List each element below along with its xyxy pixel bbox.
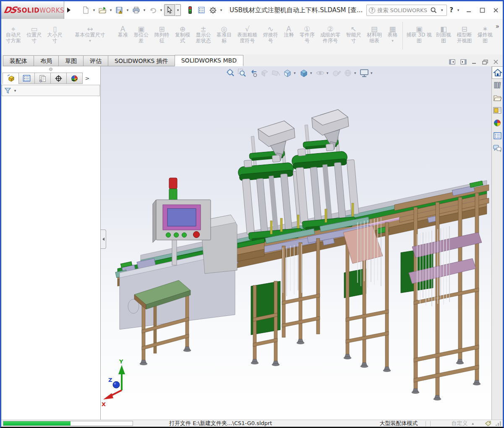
- tree-filter-bar[interactable]: ▾: [2, 85, 100, 96]
- apply-scene-caret[interactable]: ▾: [354, 71, 358, 75]
- save-button[interactable]: !: [114, 4, 125, 16]
- tag-icon[interactable]: [485, 420, 491, 426]
- graphics-viewport[interactable]: Y X Z ▾ ▾: [101, 66, 491, 420]
- tab-sw-mbd[interactable]: SOLIDWORKS MBD: [175, 55, 243, 66]
- new-document-button[interactable]: [80, 4, 91, 16]
- search-icon[interactable]: [430, 7, 437, 14]
- dock-pane-left-icon[interactable]: [449, 59, 455, 65]
- save-caret[interactable]: ▾: [125, 8, 130, 12]
- mauve-chute-upper[interactable]: [412, 232, 482, 258]
- taskpane-custom-properties-button[interactable]: [492, 129, 503, 142]
- ribbon-button-copy-scheme[interactable]: ⊕复制模式: [173, 21, 191, 44]
- taskpane-home-button[interactable]: [492, 66, 503, 79]
- dock-pane-right-icon[interactable]: [460, 59, 467, 65]
- ribbon-button-location-dim[interactable]: ▭位置尺寸: [25, 21, 43, 44]
- panel-splitter[interactable]: [1, 66, 100, 72]
- zoom-to-area-button[interactable]: [237, 68, 247, 78]
- new-caret[interactable]: ▾: [91, 8, 97, 12]
- ribbon-button-geometric-tolerance[interactable]: ▣形位公差: [132, 21, 150, 44]
- feature-tree-body[interactable]: [1, 96, 100, 420]
- panel-collapse-tab[interactable]: [101, 230, 106, 249]
- taskpane-view-palette-button[interactable]: [492, 104, 503, 117]
- tab-sketch[interactable]: 草图: [58, 55, 84, 66]
- select-tool-button[interactable]: [164, 4, 175, 16]
- open-button[interactable]: [97, 4, 108, 16]
- ribbon-button-basic-location-dim[interactable]: ↔基本位置尺寸▾: [66, 21, 114, 42]
- ribbon-button-smart-dimension[interactable]: ↖智能尺寸: [345, 21, 363, 44]
- options-caret[interactable]: ▾: [219, 8, 224, 12]
- tab-evaluate[interactable]: 评估: [83, 55, 108, 66]
- display-style-button[interactable]: [299, 68, 309, 78]
- ribbon-button-show-tolerance-status[interactable]: ±显示公差状态: [194, 21, 212, 44]
- select-tool-caret[interactable]: ▾: [175, 4, 181, 16]
- section-view-button[interactable]: [260, 68, 270, 78]
- ribbon-button-datum[interactable]: A基准: [116, 21, 130, 38]
- ribbon-button-section-view[interactable]: ◧剖面视图: [434, 21, 452, 44]
- assembly-xray-button[interactable]: [271, 68, 281, 78]
- resize-grip[interactable]: [496, 421, 501, 426]
- ribbon-button-table[interactable]: ▦表格▾: [386, 21, 400, 42]
- ribbon-overflow-button[interactable]: »: [496, 21, 502, 30]
- zoom-to-fit-button[interactable]: [226, 68, 236, 78]
- taskpane-file-explorer-button[interactable]: [492, 91, 503, 104]
- view-orientation-button[interactable]: [282, 68, 292, 78]
- tab-assembly[interactable]: 装配体: [3, 55, 34, 66]
- tab-dimxpertmanager[interactable]: [50, 73, 67, 84]
- taskpane-design-library-button[interactable]: [492, 79, 503, 91]
- edit-appearance-button[interactable]: [332, 68, 342, 78]
- doc-close-icon[interactable]: [493, 60, 499, 65]
- search-caret[interactable]: ▾: [439, 8, 444, 12]
- help-menu-button[interactable]: ?: [449, 6, 453, 14]
- tab-configurationmanager[interactable]: [34, 73, 51, 84]
- taskpane-forum-button[interactable]: [492, 142, 503, 154]
- minimize-button[interactable]: [463, 4, 474, 16]
- hide-show-caret[interactable]: ▾: [326, 71, 330, 75]
- taskpane-appearances-button[interactable]: [492, 117, 503, 129]
- doc-restore-icon[interactable]: [482, 60, 488, 65]
- hide-show-items-button[interactable]: [315, 68, 325, 78]
- tab-featuremanager-tree[interactable]: [3, 73, 19, 84]
- view-settings-button[interactable]: [359, 68, 369, 78]
- ribbon-button-stacked-balloon[interactable]: ②成组的零件序号: [319, 21, 342, 44]
- ribbon-button-autodimension[interactable]: ⌖自动尺寸方案: [4, 21, 22, 44]
- display-style-caret[interactable]: ▾: [310, 71, 314, 75]
- customize-caret-icon[interactable]: ▴: [472, 421, 474, 425]
- ribbon-button-datum-target[interactable]: ◎基准目标: [215, 21, 233, 44]
- model-canvas[interactable]: Y X Z: [101, 66, 491, 418]
- interference-check-button[interactable]: [185, 4, 196, 16]
- maximize-button[interactable]: [477, 4, 488, 16]
- filter-caret[interactable]: ▾: [13, 89, 18, 93]
- panel-tabs-expand-button[interactable]: >: [82, 73, 92, 84]
- ribbon-button-bom[interactable]: ▤材料明细表: [365, 21, 383, 44]
- view-settings-caret[interactable]: ▾: [371, 71, 374, 75]
- ribbon-button-surface-finish[interactable]: √表面粗糙度符号: [236, 21, 259, 44]
- view-orientation-caret[interactable]: ▾: [294, 71, 298, 75]
- undo-caret[interactable]: ▾: [159, 8, 164, 12]
- ribbon-button-capture-3d-view[interactable]: ▣捕获 3D 视图: [406, 21, 432, 44]
- print-caret[interactable]: ▾: [142, 8, 147, 12]
- previous-view-button[interactable]: [248, 68, 259, 78]
- ribbon-button-size-dim[interactable]: ▯大小尺寸: [46, 21, 64, 44]
- ribbon-button-note[interactable]: A注释: [282, 21, 295, 38]
- close-button[interactable]: [490, 4, 501, 16]
- tab-displaymanager[interactable]: [66, 73, 83, 84]
- doc-minimize-icon[interactable]: [472, 60, 477, 65]
- undo-button[interactable]: [147, 4, 158, 16]
- ribbon-button-pattern-feature[interactable]: ⊞阵列特征: [153, 21, 171, 44]
- print-button[interactable]: [131, 4, 141, 16]
- options-button[interactable]: [207, 4, 218, 16]
- ribbon-button-exploded-view[interactable]: ✶爆炸视图: [476, 21, 494, 44]
- help-search-box[interactable]: ? ▾: [366, 5, 447, 16]
- ribbon-button-weld-symbol[interactable]: ∿焊接符号: [261, 21, 279, 44]
- options-list-button[interactable]: [196, 4, 207, 16]
- solidworks-logo[interactable]: DS SOLIDWORKS: [1, 1, 64, 19]
- ribbon-button-balloon[interactable]: ①零件序号: [298, 21, 316, 44]
- ribbon-button-model-break-view[interactable]: ⊟模型断开视图: [455, 21, 473, 44]
- search-input[interactable]: [377, 7, 428, 13]
- help-caret[interactable]: ▾: [456, 8, 461, 12]
- apply-scene-button[interactable]: [343, 68, 353, 78]
- tab-layout[interactable]: 布局: [34, 55, 59, 66]
- open-caret[interactable]: ▾: [108, 8, 113, 12]
- tab-sw-addins[interactable]: SOLIDWORKS 插件: [108, 55, 175, 66]
- tab-propertymanager[interactable]: [18, 73, 35, 84]
